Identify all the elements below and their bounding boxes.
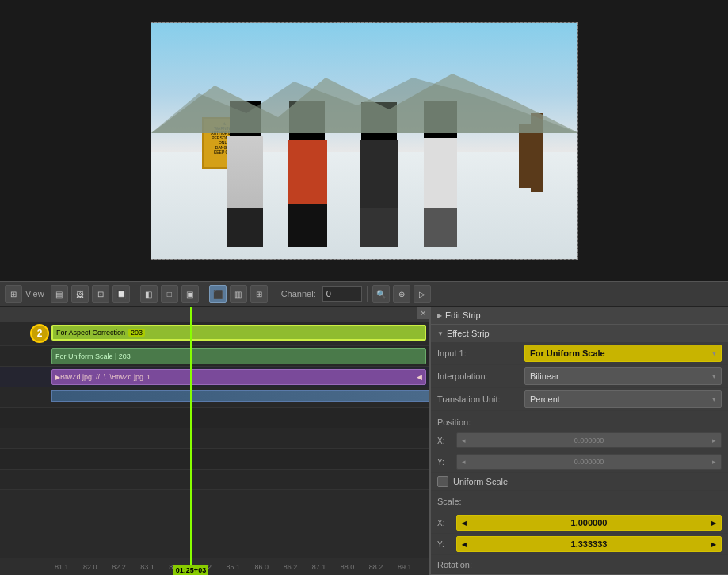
footer-num-1: 81.1 [55, 563, 83, 571]
blue-strip [51, 390, 429, 402]
timeline-header: ✕ [0, 307, 429, 322]
toolbar-icon-12[interactable]: ▷ [414, 285, 431, 303]
bottom-area: ✕ 2 For Aspect Correction 203 [0, 307, 728, 575]
toolbar-icon-8[interactable]: ▥ [230, 285, 247, 303]
translation-unit-text: Percent [530, 394, 560, 404]
pos-x-value[interactable]: ◂ 0.000000 ▸ [456, 432, 722, 448]
strip-btwzd-end-arrow: ◀ [417, 373, 422, 381]
scale-x-row: X: ◂ 1.000000 ▸ [437, 514, 722, 531]
toolbar-icon-6[interactable]: □ [161, 285, 178, 303]
strip-frame-number: 203 [128, 329, 145, 337]
track-row-empty-3 [0, 428, 429, 449]
track-label-empty-4 [0, 449, 51, 469]
track-row-empty-1 [0, 387, 429, 408]
footer-num-4: 83.1 [140, 563, 169, 571]
scale-x-left-arrow: ◂ [462, 518, 467, 528]
scale-y-label: Y: [437, 540, 453, 549]
track-content-2[interactable]: For Uniform Scale | 203 [51, 346, 429, 366]
toolbar-icon-4[interactable]: 🔲 [112, 285, 130, 303]
footer-num-3: 82.2 [112, 563, 140, 571]
separator-3 [273, 286, 273, 302]
input1-arrow: ▾ [712, 349, 716, 357]
strip-uniform-scale[interactable]: For Uniform Scale | 203 [51, 348, 426, 364]
translation-unit-value[interactable]: Percent ▾ [524, 390, 722, 408]
scale-y-left-arrow: ◂ [462, 539, 467, 550]
scale-x-group: X: ◂ 1.000000 ▸ [431, 512, 728, 534]
strip-btwzd-label: BtwZd.jpg: //..\..\BtwZd.jpg [60, 373, 143, 381]
track-label-empty-2 [0, 408, 51, 428]
rotation-label: Rotation: [437, 560, 524, 569]
toolbar-icon-5[interactable]: ◧ [140, 285, 158, 303]
separator-4 [367, 286, 368, 302]
scale-y-group: Y: ◂ 1.333333 ▸ [431, 534, 728, 555]
edit-strip-icon: ▶ [437, 312, 442, 319]
separator-1 [135, 286, 135, 302]
toolbar-icon-10[interactable]: 🔍 [372, 285, 390, 303]
pos-x-number: 0.000000 [574, 436, 604, 444]
interpolation-text: Bilinear [530, 371, 559, 381]
view-label: View [25, 289, 44, 299]
translation-unit-arrow: ▾ [712, 395, 716, 403]
toolbar-icon-9[interactable]: ⊞ [250, 285, 268, 303]
mountains [151, 70, 577, 133]
effect-strip-section: ▼ Effect Strip Input 1: For Uniform Scal… [431, 325, 728, 575]
toolbar-icon-seq[interactable]: ▤ [51, 285, 68, 303]
edit-strip-header[interactable]: ▶ Edit Strip [431, 307, 728, 324]
position-x-group: X: ◂ 0.000000 ▸ [431, 430, 728, 451]
track-row-empty-2 [0, 408, 429, 428]
strip-btwzd[interactable]: ▶ BtwZd.jpg: //..\..\BtwZd.jpg 1 ◀ [51, 369, 426, 385]
edit-strip-section: ▶ Edit Strip [431, 307, 728, 325]
uniform-scale-label: Uniform Scale [453, 477, 508, 486]
effect-strip-header[interactable]: ▼ Effect Strip [431, 325, 728, 342]
preview-area: ⚠WARNINGAUTHORIZEDPERSONNELONLYDANGERKEE… [0, 0, 728, 281]
track-label-empty-1 [0, 387, 51, 407]
timeline-close-button[interactable]: ✕ [417, 307, 429, 319]
input1-value[interactable]: For Uniform Scale ▾ [524, 345, 722, 362]
position-y-group: Y: ◂ 0.000000 ▸ [431, 451, 728, 473]
track-content-3[interactable]: For Aspect Correction 203 [51, 322, 429, 345]
interpolation-arrow: ▾ [712, 372, 716, 380]
strip-aspect-correction[interactable]: For Aspect Correction 203 [51, 325, 426, 341]
track-label-1 [0, 367, 51, 387]
footer-num-10: 87.1 [312, 563, 341, 571]
interpolation-value[interactable]: Bilinear ▾ [524, 367, 722, 385]
toolbar-icon-7[interactable]: ▣ [181, 285, 199, 303]
input1-label: Input 1: [437, 348, 524, 358]
timeline: ✕ 2 For Aspect Correction 203 [0, 307, 430, 575]
edit-strip-label: Edit Strip [445, 310, 481, 320]
pos-y-value[interactable]: ◂ 0.000000 ▸ [456, 454, 722, 470]
rotation-row: Rotation: [431, 555, 728, 574]
channel-input[interactable] [322, 286, 362, 302]
preview-image: ⚠WARNINGAUTHORIZEDPERSONNELONLYDANGERKEE… [151, 22, 578, 260]
pos-y-label: Y: [437, 458, 453, 466]
position-x-row: X: ◂ 0.000000 ▸ [437, 432, 722, 449]
toolbar-icon-11[interactable]: ⊕ [393, 285, 410, 303]
translation-unit-row: Translation Unit: Percent ▾ [431, 388, 728, 411]
footer-numbers: 81.1 82.0 82.2 83.1 84.0 84.2 85.1 86.0 … [3, 563, 426, 571]
effect-strip-icon: ▼ [437, 330, 444, 337]
track-row-empty-5 [0, 470, 429, 490]
translation-unit-label: Translation Unit: [437, 394, 524, 404]
scale-y-value[interactable]: ◂ 1.333333 ▸ [456, 536, 722, 552]
toolbar: ⊞ View ▤ 🖼 ⊡ 🔲 ◧ □ ▣ ⬛ ▥ ⊞ Channel: 🔍 ⊕ … [0, 281, 728, 307]
track-content-empty-5 [51, 470, 429, 489]
playhead-time: 01:25+03 [173, 565, 208, 575]
scale-label: Scale: [437, 497, 462, 506]
toolbar-icon-active[interactable]: ⬛ [209, 285, 227, 303]
input1-text: For Uniform Scale [530, 348, 605, 358]
toolbar-icon-img[interactable]: 🖼 [71, 285, 89, 303]
footer-num-13: 89.1 [398, 563, 426, 571]
channel-bubble: 2 [30, 324, 49, 343]
track-content-empty-1 [51, 387, 429, 407]
uniform-scale-checkbox[interactable] [437, 476, 448, 487]
track-label-3: 2 [0, 322, 51, 345]
track-content-1[interactable]: ▶ BtwZd.jpg: //..\..\BtwZd.jpg 1 ◀ [51, 367, 429, 387]
scale-x-right-arrow: ▸ [711, 518, 716, 528]
scale-x-label: X: [437, 519, 453, 527]
timeline-tracks: 2 For Aspect Correction 203 For Uniform … [0, 322, 429, 558]
interpolation-row: Interpolation: Bilinear ▾ [431, 365, 728, 388]
footer-num-8: 86.0 [255, 563, 284, 571]
toolbar-icon-3[interactable]: ⊡ [92, 285, 109, 303]
toolbar-icon-1[interactable]: ⊞ [5, 285, 22, 303]
scale-x-value[interactable]: ◂ 1.000000 ▸ [456, 515, 722, 531]
